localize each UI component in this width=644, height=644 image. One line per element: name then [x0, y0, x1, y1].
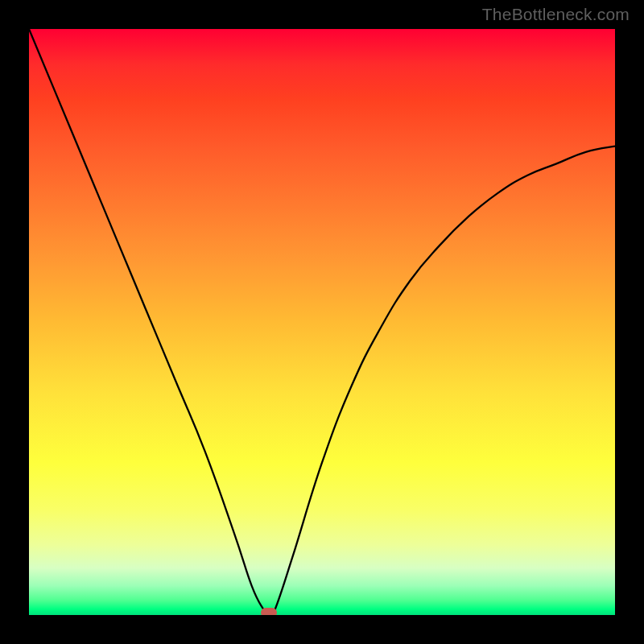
watermark-text: TheBottleneck.com	[482, 5, 630, 24]
bottleneck-curve	[29, 29, 615, 615]
optimal-point-marker	[261, 608, 277, 615]
plot-area	[29, 29, 615, 615]
chart-frame: TheBottleneck.com	[0, 0, 644, 644]
curve-svg	[29, 29, 615, 615]
